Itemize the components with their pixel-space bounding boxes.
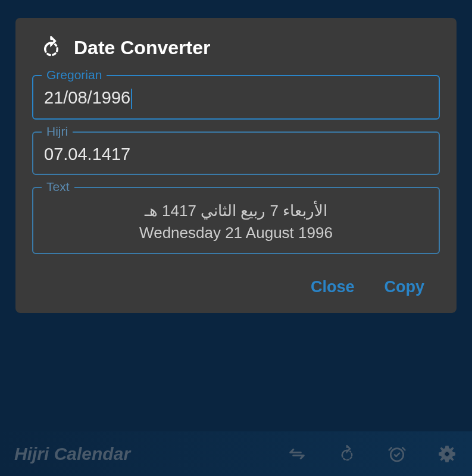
dialog-header: Date Converter: [32, 36, 440, 60]
text-cursor: [131, 89, 132, 109]
alarm-icon[interactable]: [386, 443, 408, 465]
bottom-navigation-bar: Hijri Calendar: [0, 431, 472, 476]
bottom-icons-group: [286, 443, 458, 465]
hijri-field-group[interactable]: Hijri 07.04.1417: [32, 131, 440, 175]
app-title: Hijri Calendar: [14, 444, 130, 464]
refresh-nav-icon[interactable]: [336, 443, 358, 465]
text-field-group: Text الأربعاء 7 ربيع الثاني 1417 هـ Wedn…: [32, 187, 440, 254]
swap-icon[interactable]: [286, 443, 308, 465]
dialog-actions: Close Copy: [32, 278, 440, 296]
gregorian-label: Gregorian: [42, 68, 107, 82]
arabic-date-text: الأربعاء 7 ربيع الثاني 1417 هـ: [44, 200, 428, 221]
refresh-icon[interactable]: [39, 36, 63, 60]
gear-icon[interactable]: [436, 443, 458, 465]
english-date-text: Wednesday 21 August 1996: [44, 222, 428, 243]
gregorian-field-group[interactable]: Gregorian 21/08/1996: [32, 75, 440, 120]
text-content: الأربعاء 7 ربيع الثاني 1417 هـ Wednesday…: [44, 200, 428, 243]
dialog-title: Date Converter: [74, 37, 210, 59]
close-button[interactable]: Close: [311, 278, 355, 296]
copy-button[interactable]: Copy: [385, 278, 425, 296]
hijri-label: Hijri: [42, 124, 73, 139]
hijri-input[interactable]: 07.04.1417: [44, 145, 428, 164]
date-converter-dialog: Date Converter Gregorian 21/08/1996 Hijr…: [15, 18, 457, 313]
svg-point-1: [445, 452, 449, 456]
gregorian-input[interactable]: 21/08/1996: [44, 88, 428, 109]
text-label: Text: [42, 180, 74, 194]
